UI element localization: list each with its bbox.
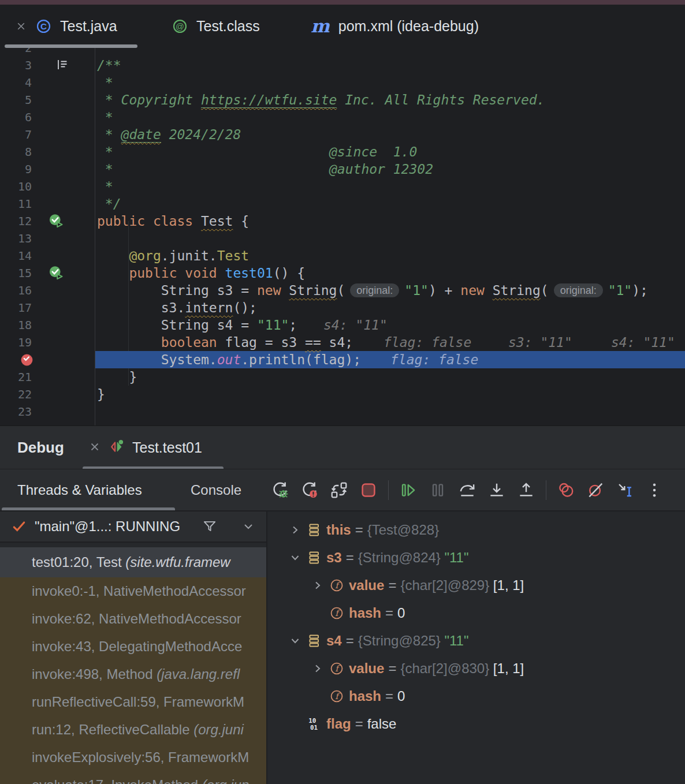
toolbar-separator <box>546 480 546 500</box>
code-line-14[interactable]: 14 @org.junit.Test <box>0 247 685 264</box>
frame-package: (site.wtfu.framew <box>125 554 230 570</box>
rerun-debug-button[interactable] <box>270 480 290 500</box>
step-over-button[interactable] <box>457 480 477 500</box>
tab-console[interactable]: Console <box>191 469 241 510</box>
equals-sign: = <box>355 716 363 731</box>
stack-frame-selected[interactable]: test01:20, Test (site.wtfu.framew <box>0 547 266 577</box>
code-line-5[interactable]: 5 * Copyright https://wtfu.site Inc. All… <box>0 91 685 109</box>
more-button[interactable] <box>645 480 664 500</box>
close-icon[interactable] <box>88 440 101 456</box>
stack-frame-row[interactable]: invokeExplosively:56, FrameworkM <box>0 744 266 771</box>
code-text: */ <box>97 195 121 212</box>
variable-row-value[interactable]: fvalue={char[2]@829} [1, 1] <box>267 572 685 599</box>
variable-row-flag[interactable]: 1001flag=false <box>267 710 685 738</box>
debug-action-buttons <box>270 469 664 510</box>
code-text: * <box>97 178 113 195</box>
breakpoint-icon[interactable] <box>20 353 34 367</box>
thread-selector[interactable]: "main"@1...: RUNNING <box>0 512 266 543</box>
stack-frame-row[interactable]: invoke:62, NativeMethodAccessor <box>0 605 266 633</box>
code-line-23[interactable]: 23 <box>0 403 685 420</box>
code-line-19[interactable]: 19 boolean flag = s3 == s4;flag: falses3… <box>0 334 685 351</box>
filter-icon[interactable] <box>202 519 217 536</box>
code-line-18[interactable]: 18 String s4 = "11";s4: "11" <box>0 316 685 334</box>
editor-tab-pom-2[interactable]: mpom.xml (idea-debug) <box>296 5 479 48</box>
frames-panel: "main"@1...: RUNNING test01:20, Test (si… <box>0 512 266 784</box>
editor-tab-test-0[interactable]: CTest.java <box>5 5 117 48</box>
variable-row-s3[interactable]: s3={String@824} "11" <box>267 544 685 572</box>
code-line-6[interactable]: 6 * <box>0 109 685 126</box>
stop-button[interactable] <box>359 480 378 500</box>
comment-icon[interactable] <box>55 58 69 72</box>
code-line-4[interactable]: 4 * <box>0 74 685 91</box>
frame-package: (org.juni <box>193 722 244 737</box>
chevron-down-icon[interactable] <box>241 520 255 536</box>
variable-row-value[interactable]: fvalue={char[2]@830} [1, 1] <box>267 655 685 682</box>
stack-frame-row[interactable]: invoke0:-1, NativeMethodAccessor <box>0 577 266 605</box>
line-number: 19 <box>0 334 32 351</box>
frame-package: (org.jun <box>202 777 249 784</box>
code-editor[interactable]: 23/**4 *5 * Copyright https://wtfu.site … <box>0 48 685 425</box>
code-line-12[interactable]: 12public class Test { <box>0 212 685 230</box>
code-line-22[interactable]: 22} <box>0 386 685 403</box>
stack-frame-row[interactable]: runReflectiveCall:59, FrameworkM <box>0 688 266 716</box>
code-line-7[interactable]: 7 * @date 2024/2/28 <box>0 126 685 143</box>
swap-classes-button[interactable] <box>329 480 349 500</box>
resume-button[interactable] <box>399 480 418 500</box>
variable-name: value <box>349 577 384 593</box>
pause-button[interactable] <box>428 480 448 500</box>
variable-row-hash[interactable]: fhash=0 <box>267 599 685 627</box>
step-out-button[interactable] <box>516 480 536 500</box>
debugger-inline-hint: s4: "11" <box>611 334 675 351</box>
variable-text: s4={String@825} "11" <box>326 627 468 655</box>
frame-text: runReflectiveCall:59, FrameworkM <box>32 694 244 710</box>
variable-value: [1, 1] <box>489 577 524 593</box>
test-passed-icon[interactable] <box>49 214 64 229</box>
code-line-3[interactable]: 3/** <box>0 57 685 74</box>
variable-icon <box>307 522 322 537</box>
chevron-down-icon[interactable] <box>288 634 302 648</box>
chevron-down-icon[interactable] <box>288 551 302 565</box>
code-line-10[interactable]: 10 * <box>0 178 685 195</box>
debug-session-tab[interactable]: Test.test01 <box>83 426 208 469</box>
step-into-button[interactable] <box>487 480 507 500</box>
code-line-16[interactable]: 16 String s3 = new String(original:"1") … <box>0 282 685 299</box>
run-to-cursor-button[interactable] <box>615 480 635 500</box>
stack-frame-row[interactable]: invoke:498, Method (java.lang.refl <box>0 660 266 688</box>
swap-classes-icon <box>330 481 348 499</box>
code-line-17[interactable]: 17 s3.intern(); <box>0 299 685 316</box>
toolbar-separator <box>388 480 389 500</box>
stack-frame-row[interactable]: invoke:43, DelegatingMethodAcce <box>0 633 266 660</box>
code-line-21[interactable]: 21 } <box>0 368 685 386</box>
editor-tab-test-1[interactable]: @Test.class <box>157 5 260 48</box>
chevron-right-icon[interactable] <box>311 578 325 592</box>
equals-sign: = <box>346 633 354 648</box>
line-number: 5 <box>0 91 32 109</box>
code-line-11[interactable]: 11 */ <box>0 195 685 212</box>
chevron-right-icon[interactable] <box>288 523 302 537</box>
tab-threads-and-variables[interactable]: Threads & Variables <box>17 469 142 510</box>
view-breakpoints-button[interactable] <box>556 480 576 500</box>
stack-frame-row[interactable]: evaluate:17, InvokeMethod (org.jun <box>0 771 266 784</box>
code-text: System.out.println(flag); <box>97 351 361 368</box>
stack-frame-row[interactable]: run:12, ReflectiveCallable (org.juni <box>0 716 266 744</box>
code-line-20[interactable]: System.out.println(flag);flag: false <box>0 351 685 368</box>
resume-icon <box>399 481 418 499</box>
code-line-2[interactable]: 2 <box>0 48 685 57</box>
mute-breakpoints-button[interactable] <box>586 480 605 500</box>
code-text: String s3 = new String(original:"1") + n… <box>97 282 648 299</box>
primitive-icon: 1001 <box>307 716 322 731</box>
variable-row-this[interactable]: this={Test@828} <box>267 516 685 544</box>
variable-text: value={char[2]@830} [1, 1] <box>349 655 524 682</box>
variable-row-s4[interactable]: s4={String@825} "11" <box>267 627 685 655</box>
chevron-right-icon[interactable] <box>311 662 325 675</box>
code-line-15[interactable]: 15 public void test01() { <box>0 264 685 282</box>
rerun-failed-button[interactable] <box>300 480 319 500</box>
frame-text: invoke0:-1, NativeMethodAccessor <box>32 583 246 599</box>
code-line-9[interactable]: 9 *@author 12302 <box>0 160 685 178</box>
close-icon[interactable] <box>15 20 27 32</box>
test-passed-icon[interactable] <box>49 266 64 281</box>
code-line-13[interactable]: 13 <box>0 230 685 247</box>
code-line-8[interactable]: 8 *@since 1.0 <box>0 143 685 160</box>
variables-panel: this={Test@828}s3={String@824} "11"fvalu… <box>267 512 685 784</box>
variable-row-hash[interactable]: fhash=0 <box>267 682 685 710</box>
